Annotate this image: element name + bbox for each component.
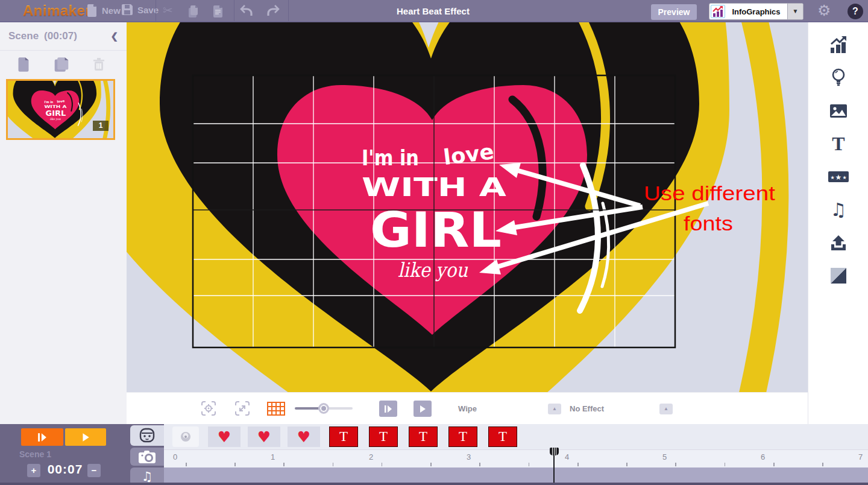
svg-text:★: ★ bbox=[842, 175, 846, 180]
topbar: Animaker New Save ✂ bbox=[0, 0, 868, 22]
items-track[interactable]: ♥ ♥ ♥ T T T T T bbox=[164, 424, 868, 449]
visibility-toggle-button[interactable] bbox=[172, 426, 199, 447]
paste-button[interactable] bbox=[212, 5, 224, 21]
cut-button[interactable]: ✂ bbox=[163, 3, 173, 17]
ruler-second-0: 0 bbox=[173, 452, 177, 461]
animaker-app: I'm in love WITH A GIRL like you bbox=[0, 0, 868, 485]
save-button[interactable]: Save bbox=[121, 4, 159, 16]
scene-header-label: Scene bbox=[8, 30, 39, 42]
library-effects-button[interactable]: ★ ★ ★ bbox=[828, 166, 849, 188]
timeline-item-heart[interactable]: ♥ bbox=[288, 426, 320, 447]
redo-button[interactable] bbox=[267, 5, 280, 19]
copy-button[interactable] bbox=[187, 5, 199, 21]
audio-track[interactable] bbox=[164, 468, 868, 483]
canvas-toolbar: Wipe ▲ No Effect ▲ bbox=[127, 392, 808, 424]
new-button[interactable]: New bbox=[86, 4, 121, 17]
scene-thumbnail[interactable]: 1 bbox=[6, 79, 115, 140]
project-title: Heart Beat Effect bbox=[397, 6, 470, 16]
play-scene-preview-button[interactable] bbox=[379, 401, 397, 417]
timeline-item-text[interactable]: T bbox=[448, 426, 477, 447]
eye-icon bbox=[178, 431, 193, 443]
playhead[interactable] bbox=[550, 448, 559, 455]
library-music-button[interactable]: ♫ bbox=[828, 198, 849, 220]
bottom-strip bbox=[0, 483, 868, 485]
timeline-item-text[interactable]: T bbox=[329, 426, 358, 447]
svg-text:T: T bbox=[832, 135, 844, 153]
library-backgrounds-button[interactable] bbox=[828, 265, 849, 287]
svg-text:★: ★ bbox=[830, 175, 834, 180]
ruler-second-1: 1 bbox=[271, 452, 275, 461]
asset-library-sidebar: T ★ ★ ★ ♫ bbox=[808, 22, 868, 424]
timeline-item-heart[interactable]: ♥ bbox=[208, 426, 241, 447]
timeline-item-text[interactable]: T bbox=[409, 426, 438, 447]
effect-picker-button[interactable]: ▲ bbox=[659, 404, 673, 414]
scenes-panel-header: Scene (00:07) ❮ bbox=[0, 22, 127, 51]
timeline-item-text[interactable]: T bbox=[488, 426, 517, 447]
add-scene-button[interactable] bbox=[17, 57, 30, 72]
play-all-button[interactable] bbox=[65, 428, 106, 446]
delete-scene-button[interactable] bbox=[93, 57, 105, 72]
grid-icon bbox=[267, 402, 285, 416]
ruler-second-3: 3 bbox=[467, 452, 471, 461]
increase-duration-button[interactable]: + bbox=[27, 464, 40, 477]
background-fill-icon bbox=[830, 267, 847, 284]
timeline-scene-label: Scene 1 bbox=[19, 449, 51, 459]
upload-icon bbox=[829, 234, 848, 252]
canvas-stage[interactable]: Use different fonts bbox=[127, 22, 808, 392]
timeline-ruler[interactable]: 0 1 2 3 4 5 6 7 bbox=[164, 449, 868, 468]
help-button[interactable]: ? bbox=[848, 4, 863, 19]
zoom-slider[interactable] bbox=[295, 407, 353, 410]
svg-text:★: ★ bbox=[835, 173, 842, 182]
separator bbox=[156, 0, 156, 21]
play-all-icon bbox=[81, 433, 90, 442]
decrease-duration-button[interactable]: − bbox=[87, 464, 101, 477]
center-position-button[interactable] bbox=[201, 401, 216, 419]
scenes-panel: Scene (00:07) ❮ bbox=[0, 22, 127, 424]
infographics-chart-icon bbox=[711, 5, 725, 18]
duplicate-scene-button[interactable] bbox=[53, 57, 70, 72]
zoom-slider-knob[interactable] bbox=[318, 403, 329, 414]
stars-banner-icon: ★ ★ ★ bbox=[828, 171, 849, 182]
transition-label: Wipe bbox=[458, 404, 477, 413]
timeline-item-text[interactable]: T bbox=[369, 426, 398, 447]
tab-camera[interactable] bbox=[130, 448, 164, 466]
ruler-ticks bbox=[186, 463, 867, 466]
play-preview-button[interactable] bbox=[414, 401, 432, 417]
separator bbox=[288, 0, 289, 21]
annotation-text-line2[interactable]: fonts bbox=[684, 212, 733, 235]
music-note-icon: ♫ bbox=[831, 199, 847, 220]
undo-icon bbox=[240, 5, 253, 16]
annotation-text-line1[interactable]: Use different bbox=[644, 182, 775, 204]
undo-button[interactable] bbox=[240, 5, 253, 19]
infographics-icon bbox=[829, 36, 848, 54]
play-scene-button[interactable] bbox=[21, 428, 63, 446]
audio-note-icon: ♫ bbox=[142, 469, 153, 484]
collapse-panel-button[interactable]: ❮ bbox=[110, 31, 118, 42]
play-icon bbox=[418, 405, 427, 413]
transition-picker-button[interactable]: ▲ bbox=[548, 404, 561, 414]
library-upload-button[interactable] bbox=[828, 232, 849, 254]
settings-button[interactable]: ⚙ bbox=[817, 2, 831, 19]
lightbulb-icon bbox=[831, 68, 846, 87]
redo-icon bbox=[267, 5, 280, 16]
scene-duration-value: 00:07 bbox=[43, 462, 87, 477]
fit-to-screen-button[interactable] bbox=[234, 401, 250, 419]
ruler-second-4: 4 bbox=[565, 452, 569, 461]
library-ideas-button[interactable] bbox=[828, 67, 849, 89]
grid-toggle-button[interactable] bbox=[267, 402, 285, 418]
library-text-button[interactable]: T bbox=[828, 133, 849, 154]
dropdown-arrow-icon: ▼ bbox=[787, 4, 803, 19]
tab-characters[interactable] bbox=[130, 425, 164, 446]
text-icon: T bbox=[829, 135, 848, 153]
save-icon bbox=[121, 4, 133, 16]
preview-button[interactable]: Preview bbox=[651, 4, 697, 20]
library-images-button[interactable] bbox=[828, 100, 849, 122]
timeline-item-heart[interactable]: ♥ bbox=[248, 426, 280, 447]
scene-number-badge: 1 bbox=[93, 121, 108, 131]
category-dropdown[interactable]: InfoGraphics ▼ bbox=[709, 3, 804, 20]
library-infographics-button[interactable] bbox=[828, 34, 849, 56]
play-scene-icon bbox=[37, 433, 48, 442]
effect-label: No Effect bbox=[570, 404, 604, 413]
character-icon bbox=[138, 428, 156, 443]
canvas-svg[interactable]: Use different fonts bbox=[127, 22, 808, 392]
